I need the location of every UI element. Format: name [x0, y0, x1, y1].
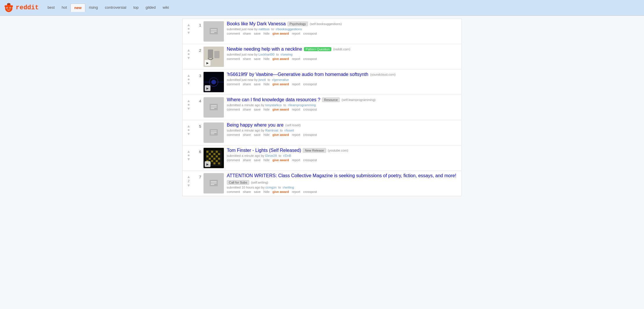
post-subreddit[interactable]: r/loseit: [284, 129, 294, 132]
nav-tab-controversial[interactable]: controversial: [101, 3, 130, 11]
post-subreddit[interactable]: r/DnB: [283, 154, 291, 157]
action-hide[interactable]: hide: [263, 133, 270, 136]
nav-tab-new[interactable]: new: [70, 3, 85, 12]
post-thumbnail[interactable]: [204, 97, 224, 118]
post-author[interactable]: Ramiroat: [265, 129, 278, 132]
post-thumbnail[interactable]: ▶: [204, 72, 224, 92]
action-hide[interactable]: hide: [263, 57, 270, 61]
post-title[interactable]: Tom Finster - Lights (Self Released): [227, 148, 301, 153]
action-crosspost[interactable]: crosspost: [303, 190, 317, 193]
post-subreddit[interactable]: r/booksuggestions: [276, 27, 302, 31]
downvote-button[interactable]: ▼: [187, 30, 191, 35]
downvote-button[interactable]: ▼: [187, 56, 191, 61]
action-share[interactable]: share: [243, 108, 251, 111]
nav-tab-hot[interactable]: hot: [58, 3, 70, 11]
downvote-button[interactable]: ▼: [187, 183, 191, 188]
action-report[interactable]: report: [292, 57, 300, 61]
post-title[interactable]: 'h56619f9' by Vawbine—Generative audio f…: [227, 72, 368, 77]
post-author[interactable]: tonystarkco: [265, 103, 282, 107]
action-give-award[interactable]: give award: [273, 57, 289, 61]
action-hide[interactable]: hide: [263, 158, 270, 162]
post-thumbnail[interactable]: ▶: [204, 148, 224, 168]
post-thumbnail[interactable]: ▶: [204, 47, 224, 67]
post-subreddit[interactable]: r/sewing: [281, 53, 293, 56]
post-thumbnail[interactable]: [204, 21, 224, 42]
action-save[interactable]: save: [254, 32, 261, 35]
post-title[interactable]: Books like My Dark Vanessa: [227, 21, 286, 26]
post-author[interactable]: ccmgzn: [266, 186, 277, 189]
nav-tab-wiki[interactable]: wiki: [159, 3, 173, 11]
action-share[interactable]: share: [243, 158, 251, 162]
action-comment[interactable]: comment: [227, 158, 240, 162]
post-title[interactable]: Being happy where you are: [227, 122, 284, 128]
action-hide[interactable]: hide: [263, 82, 270, 86]
action-comment[interactable]: comment: [227, 190, 240, 193]
upvote-button[interactable]: ▲: [187, 174, 191, 179]
action-save[interactable]: save: [254, 82, 261, 86]
nav-tab-best[interactable]: best: [44, 3, 58, 11]
action-crosspost[interactable]: crosspost: [303, 108, 317, 111]
action-share[interactable]: share: [243, 82, 251, 86]
action-give-award[interactable]: give award: [273, 158, 289, 162]
action-save[interactable]: save: [254, 57, 261, 61]
upvote-button[interactable]: ▲: [187, 22, 191, 27]
action-report[interactable]: report: [292, 82, 300, 86]
post-author[interactable]: Lockhart90: [259, 53, 274, 56]
action-share[interactable]: share: [243, 57, 251, 61]
downvote-button[interactable]: ▼: [187, 106, 191, 111]
action-report[interactable]: report: [292, 158, 300, 162]
post-title[interactable]: Newbie needing help with a neckline: [227, 47, 302, 52]
action-give-award[interactable]: give award: [273, 133, 289, 136]
action-hide[interactable]: hide: [263, 190, 270, 193]
post-thumbnail[interactable]: [204, 122, 224, 143]
action-comment[interactable]: comment: [227, 32, 240, 35]
action-report[interactable]: report: [292, 133, 300, 136]
action-crosspost[interactable]: crosspost: [303, 32, 317, 35]
post-author[interactable]: jsnctl: [259, 78, 266, 81]
upvote-button[interactable]: ▲: [187, 149, 191, 154]
action-crosspost[interactable]: crosspost: [303, 133, 317, 136]
upvote-button[interactable]: ▲: [187, 98, 191, 103]
action-give-award[interactable]: give award: [273, 82, 289, 86]
nav-tab-gilded[interactable]: gilded: [142, 3, 159, 11]
upvote-button[interactable]: ▲: [187, 48, 191, 53]
action-share[interactable]: share: [243, 133, 251, 136]
action-crosspost[interactable]: crosspost: [303, 82, 317, 86]
action-give-award[interactable]: give award: [273, 108, 289, 111]
post-subreddit[interactable]: r/generative: [272, 78, 289, 81]
post-subreddit[interactable]: r/writing: [283, 186, 294, 189]
post-subreddit[interactable]: r/learnprogramming: [288, 103, 316, 107]
action-save[interactable]: save: [254, 133, 261, 136]
action-report[interactable]: report: [292, 32, 300, 35]
action-report[interactable]: report: [292, 108, 300, 111]
post-author[interactable]: natttsss: [259, 27, 270, 31]
action-report[interactable]: report: [292, 190, 300, 193]
action-comment[interactable]: comment: [227, 133, 240, 136]
nav-tab-rising[interactable]: rising: [85, 3, 101, 11]
upvote-button[interactable]: ▲: [187, 124, 191, 129]
downvote-button[interactable]: ▼: [187, 81, 191, 86]
logo-link[interactable]: reddit: [3, 3, 39, 13]
downvote-button[interactable]: ▼: [187, 132, 191, 136]
post-author[interactable]: Eleve28: [265, 154, 277, 157]
post-title[interactable]: ATTENTION WRITERS: Class Collective Maga…: [227, 173, 456, 178]
nav-tab-top[interactable]: top: [130, 3, 142, 11]
action-comment[interactable]: comment: [227, 57, 240, 61]
action-crosspost[interactable]: crosspost: [303, 57, 317, 61]
action-share[interactable]: share: [243, 32, 251, 35]
upvote-button[interactable]: ▲: [187, 73, 191, 78]
action-hide[interactable]: hide: [263, 32, 270, 35]
action-give-award[interactable]: give award: [273, 190, 289, 193]
action-save[interactable]: save: [254, 158, 261, 162]
action-give-award[interactable]: give award: [273, 32, 289, 35]
action-share[interactable]: share: [243, 190, 251, 193]
action-save[interactable]: save: [254, 190, 261, 193]
downvote-button[interactable]: ▼: [187, 157, 191, 162]
post-title[interactable]: Where can I find knowledge data resource…: [227, 97, 320, 102]
action-hide[interactable]: hide: [263, 108, 270, 111]
action-comment[interactable]: comment: [227, 82, 240, 86]
action-comment[interactable]: comment: [227, 108, 240, 111]
post-thumbnail[interactable]: [204, 173, 224, 193]
action-crosspost[interactable]: crosspost: [303, 158, 317, 162]
action-save[interactable]: save: [254, 108, 261, 111]
